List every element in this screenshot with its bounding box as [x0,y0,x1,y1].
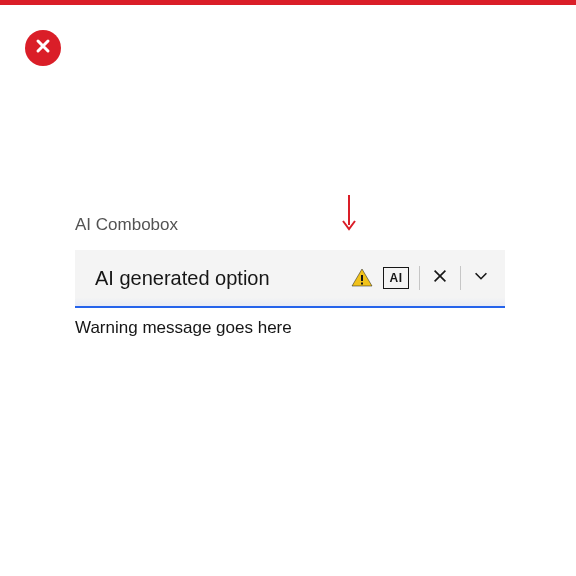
divider [419,266,420,290]
error-indicator-bar [0,0,576,5]
warning-icon [351,267,373,289]
label-row: AI Combobox [75,215,505,235]
helper-text: Warning message goes here [75,318,505,338]
ai-combobox[interactable]: AI generated option AI [75,250,505,308]
combobox-value: AI generated option [95,267,351,290]
annotation-arrow-down-icon [340,193,358,237]
combobox-container: AI Combobox AI generated option AI [75,215,505,338]
combobox-icon-group: AI [351,266,491,290]
combobox-label: AI Combobox [75,215,178,235]
ai-badge-icon: AI [383,267,409,289]
svg-rect-2 [361,283,363,285]
dropdown-toggle-button[interactable] [471,268,491,288]
divider [460,266,461,290]
chevron-down-icon [472,267,490,289]
close-icon [431,267,449,289]
svg-rect-1 [361,275,363,281]
error-status-badge [25,30,61,66]
clear-button[interactable] [430,268,450,288]
close-icon [33,36,53,60]
